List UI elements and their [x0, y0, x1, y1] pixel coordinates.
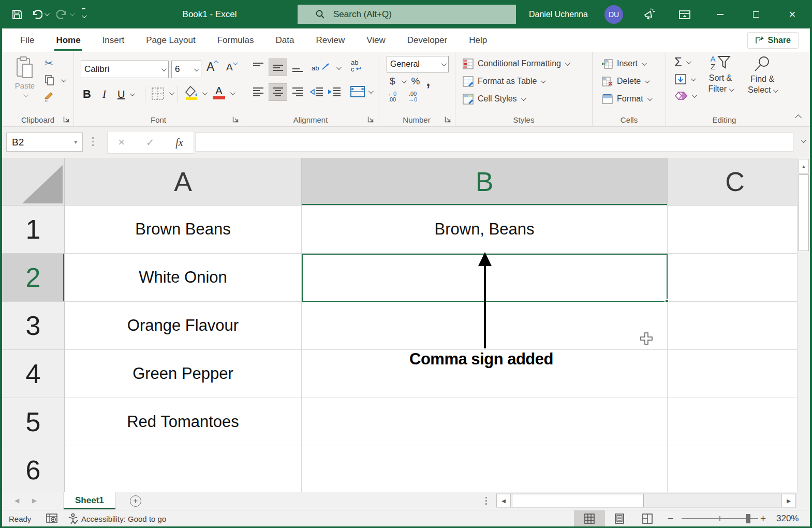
center-button[interactable]: [269, 84, 287, 100]
undo-button[interactable]: [31, 9, 48, 20]
increase-decimal-button[interactable]: ←0 .00: [388, 91, 396, 102]
save-icon[interactable]: [11, 9, 23, 20]
tab-help[interactable]: Help: [458, 28, 498, 52]
font-dialog-launcher[interactable]: [232, 116, 239, 123]
copy-icon[interactable]: [45, 75, 55, 86]
customize-qat-icon[interactable]: [82, 8, 85, 20]
comma-style-button[interactable]: ,: [426, 77, 430, 85]
find-select-button[interactable]: Find & Select: [744, 55, 781, 95]
font-name-combo[interactable]: Calibri: [81, 61, 169, 78]
tab-home[interactable]: Home: [45, 28, 91, 52]
tab-developer[interactable]: Developer: [396, 28, 459, 52]
font-color-button[interactable]: A: [213, 85, 225, 99]
accounting-dropdown-icon[interactable]: [402, 78, 407, 83]
cell-B6[interactable]: [302, 446, 668, 492]
search-bar[interactable]: Search (Alt+Q): [298, 5, 516, 24]
format-as-table-button[interactable]: Format as Table: [463, 74, 544, 89]
minimize-button[interactable]: [708, 0, 732, 28]
tab-view[interactable]: View: [356, 28, 396, 52]
scroll-up-icon[interactable]: ▲: [799, 159, 809, 173]
row-header-1[interactable]: 1: [2, 206, 65, 254]
bottom-align-button[interactable]: [291, 61, 304, 74]
coming-soon-icon[interactable]: [638, 0, 661, 28]
cut-icon[interactable]: ✂: [45, 57, 53, 69]
font-color-dropdown-icon[interactable]: [230, 90, 235, 95]
col-header-a[interactable]: A: [65, 158, 302, 206]
horizontal-scrollbar-thumb[interactable]: [512, 494, 644, 507]
share-button[interactable]: Share: [747, 32, 799, 49]
undo-dropdown-icon[interactable]: [45, 11, 48, 17]
select-all-corner[interactable]: [2, 158, 65, 206]
tab-split-handle[interactable]: [485, 497, 487, 498]
copy-dropdown-icon[interactable]: [61, 77, 66, 82]
sheet-nav-right-icon[interactable]: ▶: [32, 492, 37, 510]
zoom-in-button[interactable]: +: [760, 510, 766, 527]
tab-review[interactable]: Review: [305, 28, 356, 52]
accessibility-status[interactable]: Accessibility: Good to go: [81, 510, 166, 527]
row-header-4[interactable]: 4: [2, 350, 65, 398]
ribbon-display-options-icon[interactable]: [673, 0, 697, 28]
cell-C5[interactable]: [668, 398, 797, 446]
sort-filter-button[interactable]: AZ Sort & Filter: [698, 55, 743, 94]
cell-C2[interactable]: [668, 254, 797, 302]
accessibility-icon[interactable]: [68, 510, 78, 527]
spreadsheet-grid[interactable]: A B C 1 Brown Beans Brown, Beans 2 White…: [2, 158, 797, 492]
tab-page-layout[interactable]: Page Layout: [135, 28, 206, 52]
decrease-font-size-button[interactable]: A: [226, 62, 237, 73]
alignment-dialog-launcher[interactable]: [367, 116, 374, 123]
horizontal-scrollbar[interactable]: ◀ ▶: [496, 493, 796, 508]
number-dialog-launcher[interactable]: [445, 116, 451, 123]
tab-insert[interactable]: Insert: [92, 28, 136, 52]
zoom-out-button[interactable]: −: [668, 510, 673, 527]
enter-icon[interactable]: ✓: [146, 136, 155, 149]
fill-button[interactable]: [674, 74, 695, 85]
row-header-3[interactable]: 3: [2, 302, 65, 350]
avatar[interactable]: DU: [604, 5, 623, 24]
borders-dropdown-icon[interactable]: [169, 90, 174, 95]
font-size-combo[interactable]: 6: [171, 61, 201, 78]
clear-button[interactable]: [674, 91, 696, 100]
italic-button[interactable]: I: [102, 88, 106, 101]
wrap-text-button[interactable]: ab c: [351, 59, 362, 72]
formula-bar-resize-handle[interactable]: [92, 137, 94, 139]
cell-B1[interactable]: Brown, Beans: [302, 206, 668, 254]
row-header-2[interactable]: 2: [2, 254, 65, 302]
add-sheet-button[interactable]: +: [130, 495, 141, 507]
name-box[interactable]: B2 ▾: [6, 133, 83, 152]
align-left-button[interactable]: [252, 86, 265, 98]
merge-dropdown-icon[interactable]: [368, 89, 374, 94]
cell-C1[interactable]: [668, 206, 797, 254]
paste-button[interactable]: Paste: [10, 56, 39, 99]
middle-align-button[interactable]: [269, 59, 287, 76]
format-painter-icon[interactable]: [43, 91, 56, 102]
row-header-5[interactable]: 5: [2, 398, 65, 446]
cell-A1[interactable]: Brown Beans: [65, 206, 302, 254]
insert-function-icon[interactable]: fx: [175, 137, 183, 149]
percent-style-button[interactable]: %: [411, 76, 420, 87]
cell-A2[interactable]: White Onion: [65, 254, 302, 302]
cancel-icon[interactable]: ×: [118, 136, 125, 149]
col-header-b[interactable]: B: [302, 158, 668, 206]
row-header-6[interactable]: 6: [2, 446, 65, 492]
close-button[interactable]: ×: [780, 0, 804, 28]
decrease-decimal-button[interactable]: .00 →0: [408, 91, 417, 102]
bold-button[interactable]: B: [83, 87, 91, 101]
underline-button[interactable]: U: [117, 89, 125, 100]
underline-dropdown-icon[interactable]: [130, 91, 135, 96]
cell-C6[interactable]: [668, 446, 797, 492]
cell-C3[interactable]: [668, 302, 797, 350]
zoom-slider-thumb[interactable]: [746, 514, 750, 523]
page-layout-view-button[interactable]: [607, 510, 632, 527]
tab-data[interactable]: Data: [265, 28, 305, 52]
vertical-scrollbar[interactable]: ▲: [797, 158, 810, 492]
cell-A4[interactable]: Green Pepper: [65, 350, 302, 398]
increase-indent-button[interactable]: [327, 86, 342, 98]
sheet-tab-sheet1[interactable]: Sheet1: [63, 492, 116, 509]
fill-color-dropdown-icon[interactable]: [202, 90, 208, 95]
cell-A5[interactable]: Red Tomantoes: [65, 398, 302, 446]
decrease-indent-button[interactable]: [309, 86, 324, 98]
delete-cells-button[interactable]: Delete: [602, 74, 648, 89]
orientation-button[interactable]: ab: [312, 62, 331, 72]
scroll-right-icon[interactable]: ▶: [781, 494, 796, 507]
fill-color-button[interactable]: [184, 85, 199, 100]
